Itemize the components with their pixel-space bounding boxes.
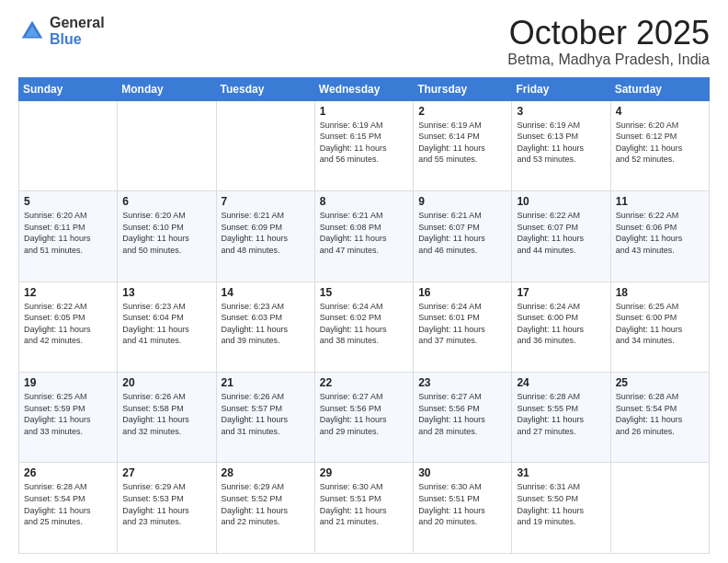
day-info: Sunrise: 6:19 AM Sunset: 6:15 PM Dayligh…: [320, 120, 408, 166]
day-number: 12: [24, 286, 112, 299]
day-info: Sunrise: 6:24 AM Sunset: 6:02 PM Dayligh…: [320, 301, 408, 347]
day-info: Sunrise: 6:30 AM Sunset: 5:51 PM Dayligh…: [418, 481, 506, 527]
day-info: Sunrise: 6:19 AM Sunset: 6:13 PM Dayligh…: [517, 120, 605, 166]
calendar-cell: 4Sunrise: 6:20 AM Sunset: 6:12 PM Daylig…: [610, 100, 709, 190]
calendar-cell: 31Sunrise: 6:31 AM Sunset: 5:50 PM Dayli…: [512, 463, 610, 554]
calendar-cell: 29Sunrise: 6:30 AM Sunset: 5:51 PM Dayli…: [314, 463, 413, 554]
calendar-cell: 25Sunrise: 6:28 AM Sunset: 5:54 PM Dayli…: [610, 373, 709, 463]
calendar-week-row: 19Sunrise: 6:25 AM Sunset: 5:59 PM Dayli…: [19, 373, 710, 463]
weekday-header-cell: Saturday: [610, 77, 709, 100]
calendar-cell: 7Sunrise: 6:21 AM Sunset: 6:09 PM Daylig…: [216, 191, 314, 282]
day-info: Sunrise: 6:28 AM Sunset: 5:55 PM Dayligh…: [517, 391, 605, 437]
day-info: Sunrise: 6:27 AM Sunset: 5:56 PM Dayligh…: [320, 391, 408, 437]
day-number: 19: [24, 376, 112, 389]
calendar-cell: 8Sunrise: 6:21 AM Sunset: 6:08 PM Daylig…: [314, 191, 413, 282]
day-info: Sunrise: 6:21 AM Sunset: 6:07 PM Dayligh…: [418, 210, 506, 256]
calendar-table: SundayMondayTuesdayWednesdayThursdayFrid…: [18, 77, 710, 554]
calendar-cell: 11Sunrise: 6:22 AM Sunset: 6:06 PM Dayli…: [610, 191, 709, 282]
day-info: Sunrise: 6:21 AM Sunset: 6:08 PM Dayligh…: [320, 210, 408, 256]
calendar-cell: [19, 100, 118, 190]
day-info: Sunrise: 6:24 AM Sunset: 6:01 PM Dayligh…: [418, 301, 506, 347]
calendar-cell: 10Sunrise: 6:22 AM Sunset: 6:07 PM Dayli…: [512, 191, 610, 282]
day-info: Sunrise: 6:27 AM Sunset: 5:56 PM Dayligh…: [418, 391, 506, 437]
day-info: Sunrise: 6:19 AM Sunset: 6:14 PM Dayligh…: [418, 120, 506, 166]
calendar-cell: 13Sunrise: 6:23 AM Sunset: 6:04 PM Dayli…: [118, 282, 216, 372]
day-info: Sunrise: 6:26 AM Sunset: 5:58 PM Dayligh…: [122, 391, 210, 437]
day-number: 20: [122, 376, 210, 389]
day-info: Sunrise: 6:23 AM Sunset: 6:03 PM Dayligh…: [222, 301, 310, 347]
day-info: Sunrise: 6:24 AM Sunset: 6:00 PM Dayligh…: [517, 301, 605, 347]
day-info: Sunrise: 6:26 AM Sunset: 5:57 PM Dayligh…: [222, 391, 310, 437]
calendar-week-row: 5Sunrise: 6:20 AM Sunset: 6:11 PM Daylig…: [19, 191, 710, 282]
day-number: 15: [320, 286, 408, 299]
calendar-cell: 1Sunrise: 6:19 AM Sunset: 6:15 PM Daylig…: [314, 100, 413, 190]
title-block: October 2025 Betma, Madhya Pradesh, Indi…: [507, 15, 710, 68]
day-info: Sunrise: 6:21 AM Sunset: 6:09 PM Dayligh…: [222, 210, 310, 256]
day-info: Sunrise: 6:22 AM Sunset: 6:06 PM Dayligh…: [616, 210, 704, 256]
day-number: 21: [222, 376, 310, 389]
month-title: October 2025: [507, 15, 710, 52]
day-number: 11: [616, 195, 704, 208]
weekday-header-cell: Monday: [118, 77, 216, 100]
day-number: 25: [616, 376, 704, 389]
day-info: Sunrise: 6:22 AM Sunset: 6:07 PM Dayligh…: [517, 210, 605, 256]
weekday-header-cell: Sunday: [19, 77, 118, 100]
day-number: 9: [418, 195, 506, 208]
day-number: 18: [616, 286, 704, 299]
header: General Blue October 2025 Betma, Madhya …: [18, 15, 710, 68]
calendar-cell: 24Sunrise: 6:28 AM Sunset: 5:55 PM Dayli…: [512, 373, 610, 463]
day-number: 22: [320, 376, 408, 389]
page: General Blue October 2025 Betma, Madhya …: [0, 0, 728, 563]
day-number: 30: [418, 466, 506, 479]
calendar-cell: 21Sunrise: 6:26 AM Sunset: 5:57 PM Dayli…: [216, 373, 314, 463]
day-number: 4: [616, 105, 704, 118]
day-number: 28: [222, 466, 310, 479]
calendar-cell: 26Sunrise: 6:28 AM Sunset: 5:54 PM Dayli…: [19, 463, 118, 554]
day-number: 24: [517, 376, 605, 389]
calendar-cell: 2Sunrise: 6:19 AM Sunset: 6:14 PM Daylig…: [414, 100, 512, 190]
day-info: Sunrise: 6:23 AM Sunset: 6:04 PM Dayligh…: [122, 301, 210, 347]
calendar-cell: [610, 463, 709, 554]
calendar-cell: 28Sunrise: 6:29 AM Sunset: 5:52 PM Dayli…: [216, 463, 314, 554]
calendar-week-row: 26Sunrise: 6:28 AM Sunset: 5:54 PM Dayli…: [19, 463, 710, 554]
calendar-cell: 16Sunrise: 6:24 AM Sunset: 6:01 PM Dayli…: [414, 282, 512, 372]
calendar-cell: 15Sunrise: 6:24 AM Sunset: 6:02 PM Dayli…: [314, 282, 413, 372]
calendar-cell: 9Sunrise: 6:21 AM Sunset: 6:07 PM Daylig…: [414, 191, 512, 282]
day-info: Sunrise: 6:25 AM Sunset: 6:00 PM Dayligh…: [616, 301, 704, 347]
logo-text: General Blue: [50, 15, 105, 47]
day-number: 14: [222, 286, 310, 299]
day-info: Sunrise: 6:28 AM Sunset: 5:54 PM Dayligh…: [616, 391, 704, 437]
weekday-header-cell: Wednesday: [314, 77, 413, 100]
calendar-cell: 30Sunrise: 6:30 AM Sunset: 5:51 PM Dayli…: [414, 463, 512, 554]
calendar-cell: 23Sunrise: 6:27 AM Sunset: 5:56 PM Dayli…: [414, 373, 512, 463]
day-info: Sunrise: 6:20 AM Sunset: 6:10 PM Dayligh…: [122, 210, 210, 256]
day-number: 29: [320, 466, 408, 479]
location-title: Betma, Madhya Pradesh, India: [507, 52, 710, 68]
calendar-cell: 12Sunrise: 6:22 AM Sunset: 6:05 PM Dayli…: [19, 282, 118, 372]
weekday-header-cell: Thursday: [414, 77, 512, 100]
day-info: Sunrise: 6:31 AM Sunset: 5:50 PM Dayligh…: [517, 481, 605, 527]
day-info: Sunrise: 6:25 AM Sunset: 5:59 PM Dayligh…: [24, 391, 112, 437]
calendar-cell: 5Sunrise: 6:20 AM Sunset: 6:11 PM Daylig…: [19, 191, 118, 282]
weekday-header-cell: Tuesday: [216, 77, 314, 100]
calendar-cell: 22Sunrise: 6:27 AM Sunset: 5:56 PM Dayli…: [314, 373, 413, 463]
calendar-cell: 27Sunrise: 6:29 AM Sunset: 5:53 PM Dayli…: [118, 463, 216, 554]
day-number: 10: [517, 195, 605, 208]
day-number: 3: [517, 105, 605, 118]
calendar-cell: 6Sunrise: 6:20 AM Sunset: 6:10 PM Daylig…: [118, 191, 216, 282]
day-number: 23: [418, 376, 506, 389]
day-number: 13: [122, 286, 210, 299]
calendar-week-row: 1Sunrise: 6:19 AM Sunset: 6:15 PM Daylig…: [19, 100, 710, 190]
calendar-cell: 19Sunrise: 6:25 AM Sunset: 5:59 PM Dayli…: [19, 373, 118, 463]
day-number: 27: [122, 466, 210, 479]
logo-icon: [18, 17, 46, 45]
logo-blue-text: Blue: [50, 31, 105, 48]
calendar-body: 1Sunrise: 6:19 AM Sunset: 6:15 PM Daylig…: [19, 100, 710, 553]
day-info: Sunrise: 6:28 AM Sunset: 5:54 PM Dayligh…: [24, 481, 112, 527]
day-number: 31: [517, 466, 605, 479]
calendar-cell: 17Sunrise: 6:24 AM Sunset: 6:00 PM Dayli…: [512, 282, 610, 372]
day-info: Sunrise: 6:20 AM Sunset: 6:12 PM Dayligh…: [616, 120, 704, 166]
calendar-cell: 14Sunrise: 6:23 AM Sunset: 6:03 PM Dayli…: [216, 282, 314, 372]
calendar-cell: [216, 100, 314, 190]
day-number: 8: [320, 195, 408, 208]
